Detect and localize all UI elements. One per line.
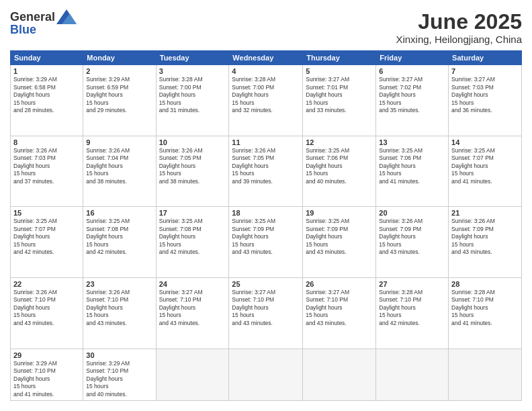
header-saturday: Saturday [449, 51, 522, 65]
table-row: 29 Sunrise: 3:29 AM Sunset: 7:10 PM Dayl… [11, 349, 83, 400]
table-row [449, 349, 522, 400]
table-row: 14 Sunrise: 3:25 AM Sunset: 7:07 PM Dayl… [449, 136, 522, 207]
table-row: 8 Sunrise: 3:26 AM Sunset: 7:03 PM Dayli… [11, 136, 83, 207]
logo: General Blue [10, 10, 77, 37]
title-block: June 2025 Xinxing, Heilongjiang, China [396, 10, 522, 45]
table-row: 23 Sunrise: 3:26 AM Sunset: 7:10 PM Dayl… [83, 278, 156, 349]
calendar: Sunday Monday Tuesday Wednesday Thursday… [10, 50, 522, 401]
logo-line2: Blue [10, 23, 77, 37]
table-row: 30 Sunrise: 3:29 AM Sunset: 7:10 PM Dayl… [83, 349, 156, 400]
table-row: 7 Sunrise: 3:27 AM Sunset: 7:03 PM Dayli… [449, 65, 522, 136]
table-row [376, 349, 449, 400]
table-row: 2 Sunrise: 3:29 AM Sunset: 6:59 PM Dayli… [83, 65, 156, 136]
table-row: 6 Sunrise: 3:27 AM Sunset: 7:02 PM Dayli… [376, 65, 449, 136]
table-row: 25 Sunrise: 3:27 AM Sunset: 7:10 PM Dayl… [229, 278, 303, 349]
table-row: 3 Sunrise: 3:28 AM Sunset: 7:00 PM Dayli… [156, 65, 229, 136]
table-row: 28 Sunrise: 3:28 AM Sunset: 7:10 PM Dayl… [449, 278, 522, 349]
header-friday: Friday [376, 51, 449, 65]
table-row [303, 349, 376, 400]
table-row: 16 Sunrise: 3:25 AM Sunset: 7:08 PM Dayl… [83, 207, 156, 278]
table-row: 15 Sunrise: 3:25 AM Sunset: 7:07 PM Dayl… [11, 207, 83, 278]
table-row: 27 Sunrise: 3:28 AM Sunset: 7:10 PM Dayl… [376, 278, 449, 349]
table-row: 24 Sunrise: 3:27 AM Sunset: 7:10 PM Dayl… [156, 278, 229, 349]
table-row: 11 Sunrise: 3:26 AM Sunset: 7:05 PM Dayl… [229, 136, 303, 207]
table-row: 5 Sunrise: 3:27 AM Sunset: 7:01 PM Dayli… [303, 65, 376, 136]
location-title: Xinxing, Heilongjiang, China [396, 34, 522, 45]
table-row: 26 Sunrise: 3:27 AM Sunset: 7:10 PM Dayl… [303, 278, 376, 349]
header-monday: Monday [83, 51, 156, 65]
table-row: 13 Sunrise: 3:25 AM Sunset: 7:06 PM Dayl… [376, 136, 449, 207]
table-row: 10 Sunrise: 3:26 AM Sunset: 7:05 PM Dayl… [156, 136, 229, 207]
table-row [156, 349, 229, 400]
table-row: 20 Sunrise: 3:26 AM Sunset: 7:09 PM Dayl… [376, 207, 449, 278]
month-title: June 2025 [396, 10, 522, 34]
header-thursday: Thursday [303, 51, 376, 65]
table-row: 9 Sunrise: 3:26 AM Sunset: 7:04 PM Dayli… [83, 136, 156, 207]
table-row: 22 Sunrise: 3:26 AM Sunset: 7:10 PM Dayl… [11, 278, 83, 349]
logo-icon [56, 9, 77, 24]
table-row: 18 Sunrise: 3:25 AM Sunset: 7:09 PM Dayl… [229, 207, 303, 278]
table-row: 4 Sunrise: 3:28 AM Sunset: 7:00 PM Dayli… [229, 65, 303, 136]
table-row: 19 Sunrise: 3:25 AM Sunset: 7:09 PM Dayl… [303, 207, 376, 278]
table-row: 21 Sunrise: 3:26 AM Sunset: 7:09 PM Dayl… [449, 207, 522, 278]
table-row: 1 Sunrise: 3:29 AM Sunset: 6:58 PM Dayli… [11, 65, 83, 136]
header-wednesday: Wednesday [229, 51, 303, 65]
header-sunday: Sunday [11, 51, 83, 65]
table-row: 17 Sunrise: 3:25 AM Sunset: 7:08 PM Dayl… [156, 207, 229, 278]
table-row: 12 Sunrise: 3:25 AM Sunset: 7:06 PM Dayl… [303, 136, 376, 207]
header-tuesday: Tuesday [156, 51, 229, 65]
table-row [229, 349, 303, 400]
